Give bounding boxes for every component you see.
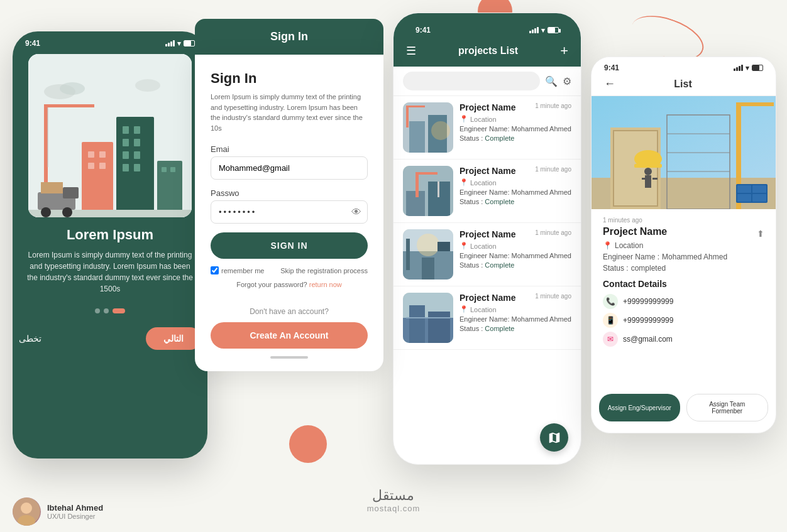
phone-icon-2: 📱 <box>603 313 618 328</box>
hero-svg <box>592 96 776 209</box>
map-icon <box>548 431 561 445</box>
remember-checkbox[interactable] <box>211 266 219 274</box>
signin-top-bar: Sign In <box>195 19 383 55</box>
project-engineer-1: Engineer Name: Mohammed Ahmed <box>460 125 571 133</box>
project-thumb-svg-2 <box>403 166 453 216</box>
signal-bar <box>165 44 167 46</box>
sb <box>741 65 743 71</box>
signal-bars-1 <box>165 40 175 46</box>
svg-rect-42 <box>438 182 439 197</box>
svg-rect-5 <box>123 126 129 134</box>
svg-point-66 <box>644 168 652 175</box>
status-right-3: ▾ <box>734 64 763 72</box>
skip-registration[interactable]: Skip the registration process <box>280 267 368 274</box>
add-project-button[interactable]: + <box>560 43 568 59</box>
projects-list-title: projects List <box>458 45 518 57</box>
project-item-3[interactable]: 1 minute ago Project Name 📍 Location Eng… <box>394 223 581 286</box>
detail-location: Location <box>615 241 643 250</box>
project-item-4[interactable]: 1 minute ago Project Name 📍 Location Eng… <box>394 286 581 350</box>
sb <box>532 30 534 33</box>
filter-icon[interactable]: ⚙ <box>563 75 571 87</box>
engineer-label: Engineer Name : <box>603 252 659 261</box>
assign-team-button[interactable]: Assign Team Formenber <box>686 394 769 421</box>
onboarding-content: Lorem Ipsum Lorem Ipsum is simply dummy … <box>13 220 207 301</box>
remember-label[interactable]: remember me <box>211 266 264 274</box>
create-account-button[interactable]: Create An Account <box>211 322 368 349</box>
project-thumb-2 <box>403 166 453 216</box>
project-location-1: 📍 Location <box>460 115 571 123</box>
project-engineer-4: Engineer Name: Mohammed Ahmed <box>460 315 571 323</box>
svg-rect-58 <box>667 115 730 209</box>
project-info-2: 1 minute ago Project Name 📍 Location Eng… <box>460 166 571 216</box>
svg-rect-13 <box>82 142 113 217</box>
project-status-2: Status : Complete <box>460 198 571 205</box>
next-button[interactable]: التالي <box>146 327 201 350</box>
projects-list-header: ☰ projects List + <box>394 38 581 67</box>
signin-button[interactable]: SIGN IN <box>211 232 368 259</box>
detail-content: 1 minutes ago Project Name ⬆ 📍 Location … <box>592 209 776 358</box>
status-bar-3: 9:41 ▾ <box>592 57 776 72</box>
svg-point-45 <box>417 234 439 256</box>
detail-engineer-row: Engineer Name : Mohammed Ahmed <box>603 252 764 261</box>
status-icons-1: ▾ <box>165 40 195 48</box>
project-item-2[interactable]: 1 minute ago Project Name 📍 Location Eng… <box>394 160 581 223</box>
dot-1 <box>95 308 100 313</box>
assign-eng-button[interactable]: Assign Eng/Supervisor <box>599 394 680 421</box>
contact-section-title: Contact Details <box>603 279 764 289</box>
svg-rect-35 <box>406 106 425 107</box>
status-value: completed <box>631 264 666 273</box>
project-time-2: 1 minute ago <box>535 166 571 173</box>
svg-rect-63 <box>736 102 774 106</box>
email-input[interactable] <box>211 156 368 180</box>
phone-projects-list: 9:41 ▾ ☰ projects List <box>393 13 581 465</box>
no-account-text: Don't have an account? <box>211 307 368 316</box>
project-item-1[interactable]: 1 minute ago Project Name 📍 Location Eng… <box>394 96 581 160</box>
svg-point-27 <box>41 207 51 217</box>
eye-icon[interactable]: 👁 <box>351 207 361 218</box>
svg-rect-19 <box>162 167 167 172</box>
signal-3 <box>734 65 743 71</box>
hamburger-icon[interactable]: ☰ <box>406 44 416 58</box>
svg-rect-24 <box>28 210 192 217</box>
detail-header: ← List <box>592 72 776 96</box>
project-engineer-3: Engineer Name: Mohammed Ahmed <box>460 252 571 259</box>
sb <box>736 67 738 71</box>
skip-button[interactable]: تخطى <box>19 334 41 344</box>
share-icon[interactable]: ⬆ <box>757 229 764 239</box>
svg-rect-32 <box>409 121 425 153</box>
phone-icon-1: 📞 <box>603 294 618 309</box>
password-input-wrap: 👁 <box>211 200 368 224</box>
svg-rect-15 <box>99 151 106 158</box>
svg-rect-48 <box>438 242 450 251</box>
password-label: Passwo <box>211 188 368 198</box>
svg-point-76 <box>21 502 32 514</box>
back-button[interactable]: ← <box>604 77 615 90</box>
sb <box>734 68 735 71</box>
location-pin-2: 📍 <box>460 178 468 187</box>
svg-rect-68 <box>642 178 647 180</box>
onboarding-description: Lorem Ipsum is simply dummy text of the … <box>25 249 195 295</box>
profile-avatar <box>13 497 41 526</box>
profile-footer: Ibtehal Ahmed UX/UI Desinger <box>13 497 103 526</box>
fab-map-button[interactable] <box>540 423 568 452</box>
detail-location-row: 📍 Location <box>603 241 764 250</box>
illustration-background <box>28 54 192 217</box>
svg-rect-57 <box>614 131 658 206</box>
project-status-4: Status : Complete <box>460 325 571 332</box>
watermark-english: mostaql.com <box>367 504 421 513</box>
watermark: مستقل mostaql.com <box>367 487 421 513</box>
svg-rect-41 <box>416 172 438 175</box>
svg-rect-51 <box>409 305 425 343</box>
project-location-2: 📍 Location <box>460 178 571 187</box>
status-bar-row-2: 9:41 ▾ <box>406 21 568 38</box>
svg-rect-67 <box>645 175 651 188</box>
svg-rect-9 <box>123 151 129 159</box>
battery-icon <box>184 40 195 46</box>
search-input[interactable] <box>403 72 540 90</box>
svg-point-36 <box>431 121 450 140</box>
return-now-link[interactable]: return now <box>309 281 342 288</box>
bottom-indicator <box>270 356 308 359</box>
password-input[interactable] <box>211 200 368 224</box>
battery-fill <box>184 41 191 46</box>
search-icon[interactable]: 🔍 <box>545 75 558 87</box>
